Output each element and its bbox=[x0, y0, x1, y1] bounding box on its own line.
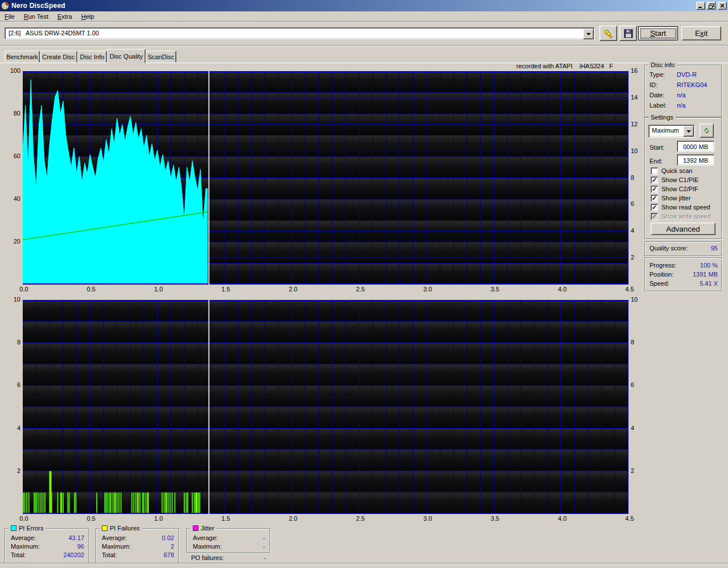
y-axis-left-tick: 40 bbox=[6, 195, 20, 203]
pi-failure-bar bbox=[137, 492, 139, 513]
checkbox-quick-scan[interactable] bbox=[651, 167, 658, 175]
y-axis-right-tick: 6 bbox=[631, 200, 644, 208]
options-keys-icon bbox=[603, 28, 613, 39]
restore-button[interactable] bbox=[706, 2, 715, 10]
checkbox-show-read-speed[interactable]: ✓ bbox=[651, 204, 658, 211]
legend-row-value: - bbox=[263, 543, 265, 550]
checkbox-show-c2-pif[interactable]: ✓ bbox=[651, 186, 658, 193]
pi-failure-bar bbox=[114, 492, 116, 513]
pi-failure-bar bbox=[192, 492, 193, 513]
tab-benchmark[interactable]: Benchmark bbox=[5, 51, 40, 63]
progress-box: Progress:100 %Position:1391 MBSpeed:5.41… bbox=[644, 257, 722, 291]
pi-failure-bar bbox=[35, 492, 36, 513]
chevron-down-icon bbox=[586, 33, 591, 35]
exit-button-label: Exit bbox=[695, 29, 708, 38]
device-combo-arrow[interactable] bbox=[583, 28, 594, 39]
x-axis-tick: 1.5 bbox=[218, 515, 234, 522]
tab-disc-info[interactable]: Disc Info bbox=[77, 51, 107, 63]
device-combo[interactable]: [2:6] ASUS DRW-24D5MT 1.00 bbox=[5, 27, 595, 39]
pi-errors-legend: PI ErrorsAverage:43.17Maximum:96Total:24… bbox=[5, 528, 89, 565]
checkbox-show-write-speed[interactable]: ✓ bbox=[651, 213, 658, 220]
pi-failures-plot bbox=[23, 300, 628, 514]
menu-extra[interactable]: Extra bbox=[53, 12, 77, 21]
legend-row-label: Average: bbox=[193, 534, 218, 541]
y-axis-right-tick: 6 bbox=[631, 381, 644, 389]
end-field[interactable] bbox=[677, 154, 714, 166]
refresh-icon bbox=[704, 126, 710, 135]
legend-row-label: Average: bbox=[102, 534, 127, 541]
y-axis-left-tick: 20 bbox=[6, 238, 20, 245]
legend-row-label: Maximum: bbox=[193, 543, 222, 550]
pi-failures-legend-title: PI Failures bbox=[100, 524, 142, 532]
progress-value: 100 % bbox=[700, 262, 718, 269]
y-axis-right-tick: 8 bbox=[631, 339, 644, 346]
pi-errors-area bbox=[23, 80, 208, 285]
pi-failure-bar bbox=[135, 492, 136, 513]
pi-failure-bar bbox=[28, 492, 30, 513]
menu-run-test[interactable]: Run Test bbox=[19, 12, 53, 21]
y-axis-left-tick: 60 bbox=[6, 153, 20, 160]
tab-strip: BenchmarkCreate DiscDisc InfoDisc Qualit… bbox=[0, 49, 728, 63]
close-icon bbox=[720, 3, 725, 8]
legend-row-value: 0.02 bbox=[162, 534, 174, 541]
tab-create-disc[interactable]: Create Disc bbox=[40, 51, 77, 63]
close-button[interactable] bbox=[718, 2, 727, 10]
minimize-button[interactable] bbox=[696, 2, 705, 10]
progress-row: Progress:100 % bbox=[650, 262, 718, 269]
pi-failure-bar bbox=[142, 492, 143, 513]
options-button[interactable] bbox=[599, 26, 617, 41]
legend-row-value: 2 bbox=[171, 543, 174, 550]
start-button[interactable]: Start bbox=[638, 26, 678, 40]
disc-info-value: n/a bbox=[677, 102, 685, 109]
quality-score-row: Quality score: 95 bbox=[650, 245, 718, 252]
pi-failure-bar bbox=[110, 492, 111, 513]
check-row-show-c2-pif: ✓Show C2/PIF bbox=[651, 185, 698, 193]
pi-errors-swatch bbox=[11, 525, 16, 531]
pi-failure-bar bbox=[139, 492, 140, 513]
advanced-button[interactable]: Advanced bbox=[651, 223, 715, 235]
checkbox-show-jitter[interactable]: ✓ bbox=[651, 195, 658, 202]
legend-row-label: Total: bbox=[102, 551, 117, 558]
start-field[interactable] bbox=[677, 141, 714, 152]
pi-failure-bar bbox=[174, 492, 175, 513]
pi-failure-bar bbox=[133, 492, 134, 513]
menu-file[interactable]: File bbox=[0, 12, 19, 21]
x-axis-tick: 1.5 bbox=[218, 286, 234, 293]
po-failures-label: PO failures: bbox=[191, 554, 224, 561]
toolbar-separator bbox=[0, 45, 728, 46]
tab-scandisc[interactable]: ScanDisc bbox=[146, 51, 176, 63]
refresh-button[interactable] bbox=[700, 124, 714, 138]
save-button[interactable] bbox=[619, 26, 637, 41]
progress-row: Position:1391 MB bbox=[650, 271, 718, 278]
settings-title: Settings bbox=[648, 113, 676, 121]
tab-disc-quality[interactable]: Disc Quality bbox=[107, 49, 146, 63]
menu-bar: FileRun TestExtraHelp bbox=[0, 11, 728, 21]
checkbox-show-c1-pie[interactable]: ✓ bbox=[651, 176, 658, 184]
legend-row-value: 678 bbox=[164, 551, 174, 558]
pi-errors-row: Maximum:96 bbox=[11, 543, 84, 550]
legend-row-label: Maximum: bbox=[11, 543, 40, 550]
jitter-row: Average:- bbox=[193, 534, 265, 541]
pi-failure-bar bbox=[23, 492, 24, 513]
disc-info-value: n/a bbox=[677, 92, 685, 98]
menu-help[interactable]: Help bbox=[77, 12, 99, 21]
exit-button[interactable]: Exit bbox=[681, 26, 721, 40]
y-axis-left-tick: 6 bbox=[6, 381, 20, 389]
pi-failures-legend: PI FailuresAverage:0.02Maximum:2Total:67… bbox=[96, 528, 179, 565]
x-axis-tick: 0.0 bbox=[16, 286, 32, 293]
y-axis-left-tick: 10 bbox=[6, 296, 20, 303]
pi-failure-bar bbox=[106, 492, 107, 513]
speed-combo-arrow[interactable] bbox=[683, 126, 694, 137]
legend-row-value: 240202 bbox=[63, 551, 84, 558]
start-button-label: Start bbox=[650, 29, 666, 38]
pi-failure-bar bbox=[69, 492, 70, 513]
x-axis-tick: 4.5 bbox=[622, 286, 638, 293]
y-axis-left-tick: 8 bbox=[6, 339, 20, 346]
pi-failure-bar bbox=[24, 492, 26, 513]
disc-info-row: Type:DVD-R bbox=[650, 71, 718, 78]
pi-failure-bar bbox=[184, 492, 185, 513]
speed-combo[interactable]: Maximum bbox=[648, 125, 695, 138]
x-axis-tick: 1.0 bbox=[151, 286, 167, 293]
pi-failure-bar bbox=[113, 492, 114, 513]
pi-failure-bar bbox=[121, 492, 122, 513]
